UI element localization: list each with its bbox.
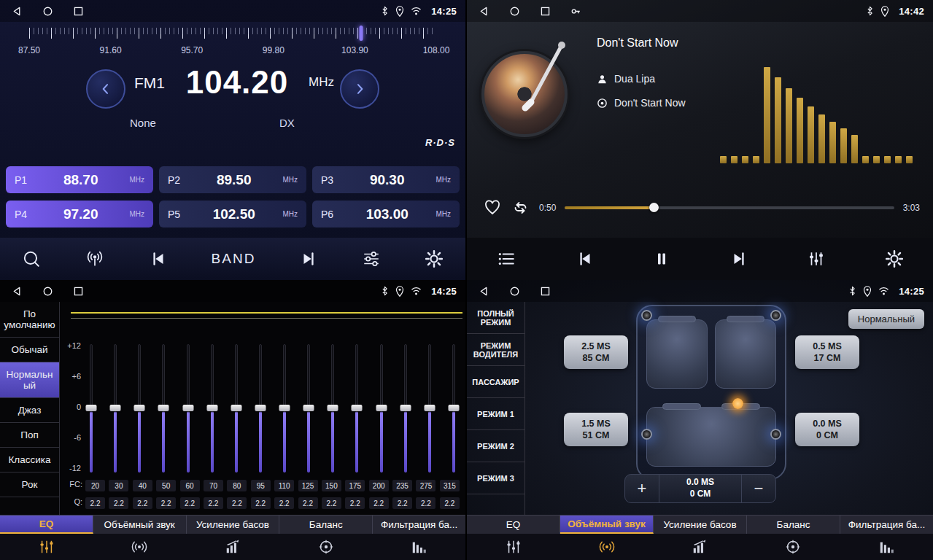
listening-mode-item[interactable]: РЕЖИМ 2 bbox=[467, 430, 524, 462]
tab-bass-boost[interactable]: Усиление басов bbox=[187, 516, 280, 534]
decrease-button[interactable]: − bbox=[742, 475, 775, 502]
tab-surround-sound[interactable]: Объёмный звук bbox=[93, 516, 187, 534]
eq-preset-item[interactable]: Нормальный bbox=[0, 362, 59, 398]
home-icon[interactable] bbox=[42, 6, 53, 17]
listening-position-dot[interactable] bbox=[732, 398, 743, 409]
back-icon[interactable] bbox=[479, 286, 489, 297]
skip-next-icon[interactable] bbox=[299, 249, 318, 268]
recents-icon[interactable] bbox=[540, 6, 551, 17]
eq-preset-item[interactable]: Поп bbox=[0, 423, 59, 448]
bass-boost-icon[interactable] bbox=[654, 539, 747, 555]
skip-prev-icon[interactable] bbox=[149, 249, 168, 268]
listening-mode-item[interactable]: РЕЖИМ ВОДИТЕЛЯ bbox=[467, 334, 524, 366]
tab-balance[interactable]: Баланс bbox=[747, 516, 840, 534]
tab-eq[interactable]: EQ bbox=[0, 516, 93, 534]
recents-icon[interactable] bbox=[73, 6, 84, 17]
eq-band-slider[interactable] bbox=[85, 344, 97, 472]
eq-band-slider[interactable] bbox=[206, 344, 218, 472]
search-icon[interactable] bbox=[22, 249, 41, 268]
listening-mode-item[interactable]: ПАССАЖИР bbox=[467, 366, 524, 398]
eq-band-knob[interactable] bbox=[400, 405, 411, 411]
preset-button-p4[interactable]: P497.20MHz bbox=[6, 201, 153, 228]
settings-icon[interactable] bbox=[425, 249, 444, 268]
preset-button-p1[interactable]: P188.70MHz bbox=[6, 166, 153, 193]
tab-surround-sound[interactable]: Объёмный звук bbox=[560, 516, 654, 534]
delay-rear-right[interactable]: 0.0 MS 0 CM bbox=[795, 413, 859, 446]
seek-up-button[interactable] bbox=[340, 69, 379, 109]
eq-band-knob[interactable] bbox=[303, 405, 314, 411]
eq-band-knob[interactable] bbox=[376, 405, 387, 411]
tab-filter[interactable]: Фильтрация ба... bbox=[373, 516, 465, 534]
preset-button-p3[interactable]: P390.30MHz bbox=[312, 166, 460, 193]
mixer-icon[interactable] bbox=[362, 249, 381, 268]
filter-icon[interactable] bbox=[840, 539, 933, 555]
eq-band-slider[interactable] bbox=[255, 344, 266, 472]
skip-prev-icon[interactable] bbox=[576, 249, 595, 268]
repeat-icon[interactable] bbox=[511, 199, 530, 217]
delay-front-left[interactable]: 2.5 MS 85 CM bbox=[564, 335, 628, 369]
eq-band-slider[interactable] bbox=[158, 344, 169, 472]
delay-front-right[interactable]: 0.5 MS 17 CM bbox=[795, 335, 859, 369]
eq-preset-item[interactable]: Рок bbox=[0, 472, 59, 497]
bass-boost-icon[interactable] bbox=[186, 539, 279, 555]
eq-band-knob[interactable] bbox=[206, 405, 217, 411]
mixer-icon[interactable] bbox=[807, 249, 826, 268]
eq-band-slider[interactable] bbox=[448, 344, 460, 472]
eq-band-knob[interactable] bbox=[255, 405, 266, 411]
eq-band-slider[interactable] bbox=[376, 344, 387, 472]
eq-band-knob[interactable] bbox=[134, 405, 145, 411]
back-icon[interactable] bbox=[12, 286, 23, 297]
preset-button-p5[interactable]: P5102.50MHz bbox=[159, 201, 306, 228]
eq-band-knob[interactable] bbox=[231, 405, 241, 411]
eq-band-slider[interactable] bbox=[279, 344, 290, 472]
eq-band-knob[interactable] bbox=[352, 405, 363, 411]
tuning-indicator[interactable] bbox=[359, 26, 363, 41]
eq-band-slider[interactable] bbox=[327, 344, 338, 472]
eq-band-slider[interactable] bbox=[303, 344, 314, 472]
eq-band-knob[interactable] bbox=[158, 405, 169, 411]
eq-band-slider[interactable] bbox=[231, 344, 242, 472]
progress-knob[interactable] bbox=[649, 203, 659, 212]
normal-mode-button[interactable]: Нормальный bbox=[848, 309, 924, 329]
skip-next-icon[interactable] bbox=[729, 249, 748, 268]
band-button[interactable]: BAND bbox=[212, 251, 256, 267]
eq-band-knob[interactable] bbox=[448, 405, 459, 411]
eq-band-knob[interactable] bbox=[86, 405, 97, 411]
pause-icon[interactable] bbox=[653, 249, 670, 268]
eq-preset-item[interactable]: Обычай bbox=[0, 338, 59, 362]
tab-balance[interactable]: Баланс bbox=[279, 516, 373, 534]
eq-band-knob[interactable] bbox=[110, 405, 121, 411]
settings-icon[interactable] bbox=[885, 249, 904, 268]
preset-button-p2[interactable]: P289.50MHz bbox=[159, 166, 306, 193]
listening-mode-item[interactable]: ПОЛНЫЙ РЕЖИМ bbox=[467, 302, 524, 334]
surround-sound-icon[interactable] bbox=[93, 539, 187, 555]
home-icon[interactable] bbox=[509, 286, 520, 297]
preset-button-p6[interactable]: P6103.00MHz bbox=[312, 201, 460, 228]
eq-band-knob[interactable] bbox=[328, 405, 338, 411]
eq-band-knob[interactable] bbox=[424, 405, 435, 411]
eq-preset-item[interactable]: По умолчанию bbox=[0, 302, 59, 338]
recents-icon[interactable] bbox=[540, 286, 551, 297]
eq-band-slider[interactable] bbox=[424, 344, 435, 472]
back-icon[interactable] bbox=[479, 6, 489, 17]
filter-icon[interactable] bbox=[372, 539, 465, 555]
eq-band-slider[interactable] bbox=[351, 344, 363, 472]
frequency-ruler[interactable] bbox=[29, 28, 436, 41]
home-icon[interactable] bbox=[42, 286, 53, 297]
eq-band-slider[interactable] bbox=[400, 344, 411, 472]
progress-slider[interactable] bbox=[565, 206, 894, 209]
eq-band-slider[interactable] bbox=[133, 344, 145, 472]
listening-mode-item[interactable]: РЕЖИМ 1 bbox=[467, 398, 524, 430]
balance-icon[interactable] bbox=[279, 539, 373, 555]
listening-mode-item[interactable]: РЕЖИМ 3 bbox=[467, 462, 524, 494]
eq-band-slider[interactable] bbox=[109, 344, 121, 472]
eq-preset-item[interactable]: Классика bbox=[0, 448, 59, 472]
broadcast-icon[interactable] bbox=[85, 249, 105, 268]
eq-sliders-icon[interactable] bbox=[467, 539, 560, 555]
eq-band-knob[interactable] bbox=[279, 405, 290, 411]
tab-filter[interactable]: Фильтрация ба... bbox=[840, 516, 933, 534]
delay-rear-left[interactable]: 1.5 MS 51 CM bbox=[564, 413, 628, 446]
tab-bass-boost[interactable]: Усиление басов bbox=[654, 516, 747, 534]
eq-sliders-icon[interactable] bbox=[0, 539, 93, 555]
increase-button[interactable]: + bbox=[625, 475, 659, 502]
